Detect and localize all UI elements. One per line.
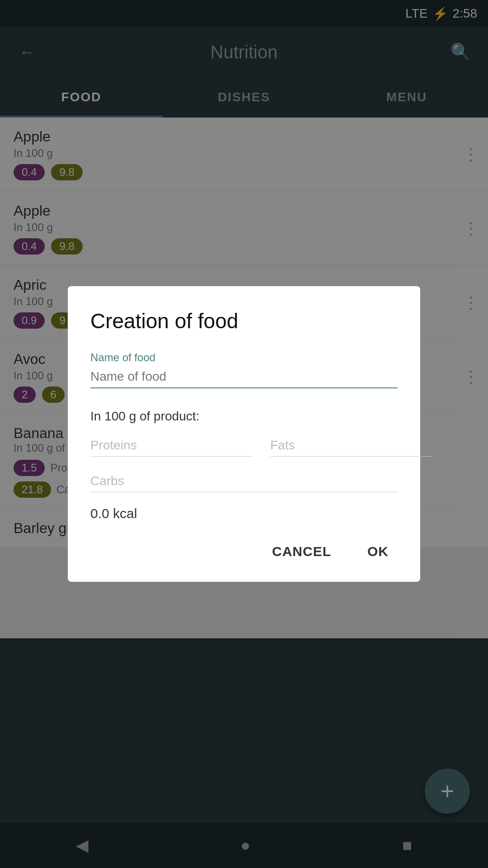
dialog-overlay: Creation of food Name of food In 100 g o…	[0, 0, 488, 868]
dialog-title: Creation of food	[90, 309, 398, 333]
cancel-button[interactable]: CANCEL	[263, 539, 340, 564]
proteins-input[interactable]	[90, 434, 252, 457]
in100-label: In 100 g of product:	[90, 409, 398, 424]
ok-button[interactable]: OK	[358, 539, 398, 564]
food-name-input[interactable]	[90, 366, 398, 388]
proteins-field	[90, 434, 252, 457]
carbs-row	[90, 470, 398, 492]
kcal-display: 0.0 kcal	[90, 506, 398, 521]
nutrition-row	[90, 434, 398, 457]
carbs-field	[90, 470, 398, 492]
fats-input[interactable]	[270, 434, 432, 457]
carbs-input[interactable]	[90, 470, 398, 492]
dialog-actions: CANCEL OK	[90, 539, 398, 564]
creation-dialog: Creation of food Name of food In 100 g o…	[68, 286, 420, 582]
fats-field	[270, 434, 432, 457]
name-label: Name of food	[90, 351, 398, 364]
